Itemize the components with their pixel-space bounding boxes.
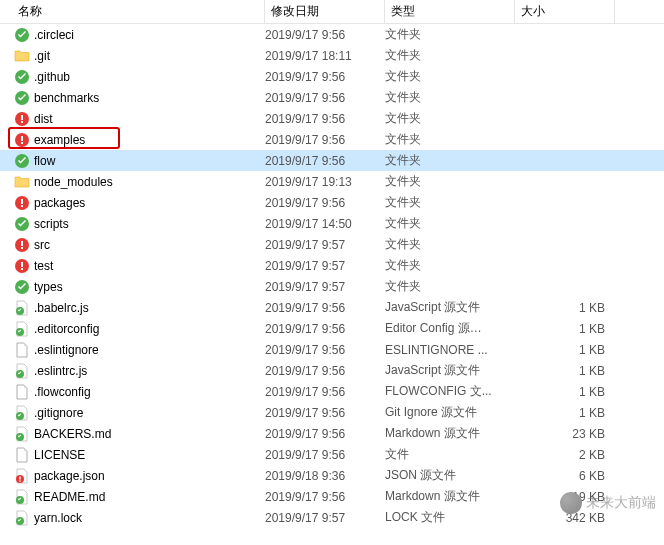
file-row[interactable]: .github2019/9/17 9:56文件夹 bbox=[0, 66, 664, 87]
file-row[interactable]: README.md2019/9/17 9:56Markdown 源文件19 KB bbox=[0, 486, 664, 507]
file-name: package.json bbox=[34, 469, 105, 483]
file-type: JavaScript 源文件 bbox=[385, 362, 515, 379]
file-row[interactable]: .git2019/9/17 18:11文件夹 bbox=[0, 45, 664, 66]
file-row[interactable]: package.json2019/9/18 9:36JSON 源文件6 KB bbox=[0, 465, 664, 486]
file-name-cell: node_modules bbox=[0, 174, 265, 190]
file-row[interactable]: dist2019/9/17 9:56文件夹 bbox=[0, 108, 664, 129]
file-type: JSON 源文件 bbox=[385, 467, 515, 484]
file-list: .circleci2019/9/17 9:56文件夹.git2019/9/17 … bbox=[0, 24, 664, 528]
red-icon bbox=[14, 195, 30, 211]
green-icon bbox=[14, 279, 30, 295]
file-row[interactable]: .babelrc.js2019/9/17 9:56JavaScript 源文件1… bbox=[0, 297, 664, 318]
file-row[interactable]: .gitignore2019/9/17 9:56Git Ignore 源文件1 … bbox=[0, 402, 664, 423]
file-name: yarn.lock bbox=[34, 511, 82, 525]
file-date: 2019/9/17 9:56 bbox=[265, 448, 385, 462]
svg-rect-7 bbox=[21, 136, 23, 141]
green-icon bbox=[14, 216, 30, 232]
file-row[interactable]: .eslintrc.js2019/9/17 9:56JavaScript 源文件… bbox=[0, 360, 664, 381]
file-date: 2019/9/17 18:11 bbox=[265, 49, 385, 63]
file-type: 文件夹 bbox=[385, 47, 515, 64]
file-date: 2019/9/17 9:56 bbox=[265, 28, 385, 42]
file-name: .flowconfig bbox=[34, 385, 91, 399]
file-name: src bbox=[34, 238, 50, 252]
file-row[interactable]: LICENSE2019/9/17 9:56文件2 KB bbox=[0, 444, 664, 465]
red-icon bbox=[14, 132, 30, 148]
svg-rect-4 bbox=[21, 115, 23, 120]
file-row[interactable]: .eslintignore2019/9/17 9:56ESLINTIGNORE … bbox=[0, 339, 664, 360]
file-name: .gitignore bbox=[34, 406, 83, 420]
file-size: 1 KB bbox=[515, 322, 615, 336]
file-type: 文件夹 bbox=[385, 257, 515, 274]
file-name-cell: LICENSE bbox=[0, 447, 265, 463]
file-row[interactable]: test2019/9/17 9:57文件夹 bbox=[0, 255, 664, 276]
file-size: 2 KB bbox=[515, 448, 615, 462]
file-name: .git bbox=[34, 49, 50, 63]
svg-rect-12 bbox=[21, 205, 23, 207]
file-row[interactable]: .circleci2019/9/17 9:56文件夹 bbox=[0, 24, 664, 45]
greenfile-icon bbox=[14, 426, 30, 442]
file-row[interactable]: src2019/9/17 9:57文件夹 bbox=[0, 234, 664, 255]
file-name-cell: BACKERS.md bbox=[0, 426, 265, 442]
file-name: dist bbox=[34, 112, 53, 126]
file-date: 2019/9/17 9:56 bbox=[265, 133, 385, 147]
file-name: LICENSE bbox=[34, 448, 85, 462]
column-header-name[interactable]: 名称 bbox=[0, 0, 265, 23]
file-type: JavaScript 源文件 bbox=[385, 299, 515, 316]
column-header-type[interactable]: 类型 bbox=[385, 0, 515, 23]
file-icon bbox=[14, 447, 30, 463]
file-name-cell: .circleci bbox=[0, 27, 265, 43]
file-type: Editor Config 源… bbox=[385, 320, 515, 337]
greenfile-icon bbox=[14, 300, 30, 316]
svg-rect-16 bbox=[21, 247, 23, 249]
file-date: 2019/9/17 9:56 bbox=[265, 154, 385, 168]
file-row[interactable]: examples2019/9/17 9:56文件夹 bbox=[0, 129, 664, 150]
file-name: node_modules bbox=[34, 175, 113, 189]
svg-point-29 bbox=[16, 496, 24, 504]
file-size: 23 KB bbox=[515, 427, 615, 441]
file-name-cell: test bbox=[0, 258, 265, 274]
green-icon bbox=[14, 27, 30, 43]
file-size: 6 KB bbox=[515, 469, 615, 483]
folder-icon bbox=[14, 174, 30, 190]
file-row[interactable]: types2019/9/17 9:57文件夹 bbox=[0, 276, 664, 297]
file-size: 1 KB bbox=[515, 301, 615, 315]
file-name: types bbox=[34, 280, 63, 294]
redfile-icon bbox=[14, 468, 30, 484]
svg-rect-27 bbox=[19, 476, 20, 479]
file-name-cell: .gitignore bbox=[0, 405, 265, 421]
green-icon bbox=[14, 90, 30, 106]
file-date: 2019/9/17 9:56 bbox=[265, 322, 385, 336]
file-type: 文件夹 bbox=[385, 68, 515, 85]
file-name: flow bbox=[34, 154, 55, 168]
column-header-date[interactable]: 修改日期 bbox=[265, 0, 385, 23]
file-row[interactable]: packages2019/9/17 9:56文件夹 bbox=[0, 192, 664, 213]
svg-point-24 bbox=[16, 412, 24, 420]
svg-point-22 bbox=[16, 328, 24, 336]
file-row[interactable]: yarn.lock2019/9/17 9:57LOCK 文件342 KB bbox=[0, 507, 664, 528]
file-name-cell: benchmarks bbox=[0, 90, 265, 106]
file-name-cell: .babelrc.js bbox=[0, 300, 265, 316]
svg-rect-15 bbox=[21, 241, 23, 246]
column-header-size[interactable]: 大小 bbox=[515, 0, 615, 23]
file-name: README.md bbox=[34, 490, 105, 504]
file-date: 2019/9/17 9:56 bbox=[265, 70, 385, 84]
file-type: 文件夹 bbox=[385, 89, 515, 106]
file-row[interactable]: scripts2019/9/17 14:50文件夹 bbox=[0, 213, 664, 234]
green-icon bbox=[14, 153, 30, 169]
file-row[interactable]: node_modules2019/9/17 19:13文件夹 bbox=[0, 171, 664, 192]
file-row[interactable]: benchmarks2019/9/17 9:56文件夹 bbox=[0, 87, 664, 108]
file-type: 文件夹 bbox=[385, 194, 515, 211]
file-name-cell: src bbox=[0, 237, 265, 253]
file-date: 2019/9/17 9:56 bbox=[265, 301, 385, 315]
file-size: 1 KB bbox=[515, 406, 615, 420]
file-type: LOCK 文件 bbox=[385, 509, 515, 526]
file-name-cell: yarn.lock bbox=[0, 510, 265, 526]
file-row[interactable]: flow2019/9/17 9:56文件夹 bbox=[0, 150, 664, 171]
file-name: .github bbox=[34, 70, 70, 84]
file-row[interactable]: .flowconfig2019/9/17 9:56FLOWCONFIG 文...… bbox=[0, 381, 664, 402]
file-row[interactable]: BACKERS.md2019/9/17 9:56Markdown 源文件23 K… bbox=[0, 423, 664, 444]
file-name-cell: dist bbox=[0, 111, 265, 127]
file-row[interactable]: .editorconfig2019/9/17 9:56Editor Config… bbox=[0, 318, 664, 339]
file-icon bbox=[14, 384, 30, 400]
svg-rect-11 bbox=[21, 199, 23, 204]
